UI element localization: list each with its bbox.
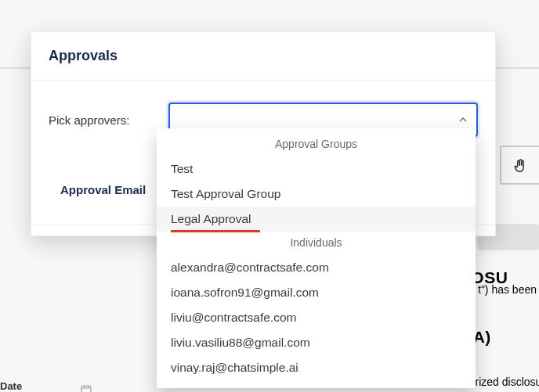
section-header-groups: Approval Groups — [157, 133, 476, 156]
modal-header: Approvals — [31, 32, 495, 81]
listbox-option-group[interactable]: Test — [157, 156, 476, 182]
approval-email-label: Approval Email — [60, 183, 146, 196]
listbox-option-individual[interactable]: vinay.raj@chatsimple.ai — [157, 355, 476, 380]
listbox-option-individual[interactable]: alexandra@contractsafe.com — [157, 255, 476, 280]
modal-title: Approvals — [49, 48, 478, 64]
listbox-option-group[interactable]: Legal Approval — [157, 207, 476, 232]
listbox-option-individual[interactable]: liviu.vasiliu88@gmail.com — [157, 330, 476, 355]
approvers-listbox: Approval Groups TestTest Approval GroupL… — [157, 128, 476, 388]
listbox-option-individual[interactable]: liviu@contractsafe.com — [157, 305, 476, 330]
pick-approvers-label: Pick approvers: — [49, 113, 147, 127]
highlight-underline — [171, 230, 260, 232]
caret-up-icon — [459, 116, 467, 124]
listbox-option-individual[interactable]: ioana.sofron91@gmail.com — [157, 280, 476, 305]
listbox-option-group[interactable]: Test Approval Group — [157, 182, 476, 207]
section-header-individuals: Individuals — [157, 232, 476, 255]
